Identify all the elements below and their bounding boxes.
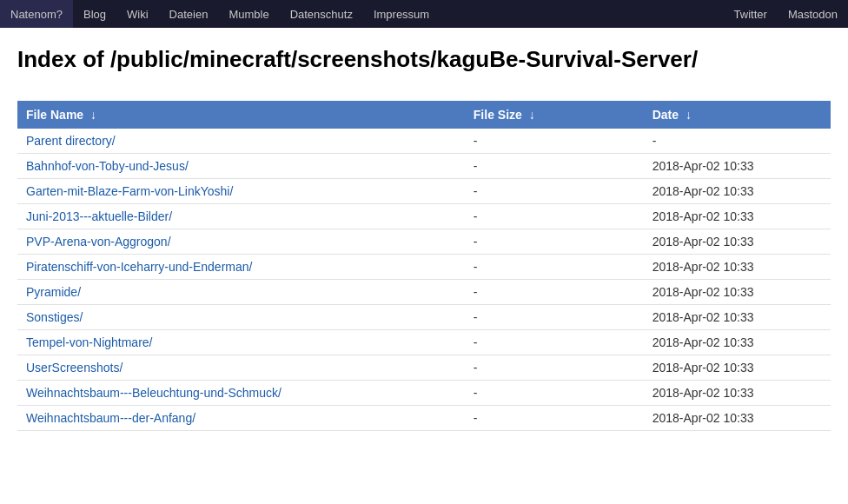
file-date-cell: -: [644, 129, 831, 154]
file-link[interactable]: Bahnhof-von-Toby-und-Jesus/: [26, 159, 189, 173]
file-date-cell: 2018-Apr-02 10:33: [644, 153, 831, 178]
file-size-cell: -: [465, 129, 644, 154]
file-name-cell: Bahnhof-von-Toby-und-Jesus/: [17, 153, 465, 178]
nav-item-dateien[interactable]: Dateien: [159, 0, 219, 28]
nav-item-natenom[interactable]: Natenom?: [0, 0, 73, 28]
file-date-cell: 2018-Apr-02 10:33: [644, 329, 831, 355]
file-link[interactable]: Weihnachtsbaum---der-Anfang/: [26, 411, 195, 425]
nav-item-blog[interactable]: Blog: [73, 0, 116, 28]
table-row: Tempel-von-Nightmare/-2018-Apr-02 10:33: [17, 329, 831, 355]
file-link[interactable]: Juni-2013---aktuelle-Bilder/: [26, 209, 172, 223]
file-name-cell: Parent directory/: [17, 129, 465, 154]
file-date-cell: 2018-Apr-02 10:33: [644, 254, 831, 279]
nav-item-mastodon[interactable]: Mastodon: [778, 0, 848, 28]
nav-right: TwitterMastodon: [724, 0, 848, 28]
file-date-cell: 2018-Apr-02 10:33: [644, 229, 831, 254]
file-name-cell: Tempel-von-Nightmare/: [17, 329, 465, 355]
file-link[interactable]: Pyramide/: [26, 285, 81, 299]
file-size-cell: -: [465, 254, 644, 279]
file-name-cell: Pyramide/: [17, 279, 465, 304]
nav-item-mumble[interactable]: Mumble: [218, 0, 279, 28]
file-name-cell: Weihnachtsbaum---der-Anfang/: [17, 405, 465, 430]
file-name-cell: Juni-2013---aktuelle-Bilder/: [17, 203, 465, 229]
nav-left: Natenom?BlogWikiDateienMumbleDatenschutz…: [0, 0, 440, 28]
table-row: Piratenschiff-von-Iceharry-und-Enderman/…: [17, 254, 831, 279]
main-nav: Natenom?BlogWikiDateienMumbleDatenschutz…: [0, 0, 848, 28]
table-header-row: File Name ↓ File Size ↓ Date ↓: [17, 101, 831, 129]
header-date[interactable]: Date ↓: [644, 101, 831, 129]
file-size-cell: -: [465, 380, 644, 405]
file-date-cell: 2018-Apr-02 10:33: [644, 405, 831, 430]
file-size-cell: -: [465, 203, 644, 229]
file-date-cell: 2018-Apr-02 10:33: [644, 279, 831, 304]
file-link[interactable]: Weihnachtsbaum---Beleuchtung-und-Schmuck…: [26, 386, 282, 400]
sort-arrow-filename: ↓: [90, 108, 96, 122]
header-filename-label: File Name: [26, 108, 83, 122]
file-date-cell: 2018-Apr-02 10:33: [644, 355, 831, 380]
table-row: Sonstiges/-2018-Apr-02 10:33: [17, 304, 831, 329]
header-filesize-label: File Size: [474, 108, 522, 122]
file-link[interactable]: UserScreenshots/: [26, 361, 123, 375]
table-row: Weihnachtsbaum---der-Anfang/-2018-Apr-02…: [17, 405, 831, 430]
table-row: Pyramide/-2018-Apr-02 10:33: [17, 279, 831, 304]
file-name-cell: UserScreenshots/: [17, 355, 465, 380]
main-content: Index of /public/minecraft/screenshots/k…: [0, 28, 848, 440]
table-row: Parent directory/--: [17, 129, 831, 154]
file-name-cell: Garten-mit-Blaze-Farm-von-LinkYoshi/: [17, 178, 465, 203]
file-link[interactable]: Piratenschiff-von-Iceharry-und-Enderman/: [26, 260, 252, 274]
sort-arrow-filesize: ↓: [529, 108, 535, 122]
file-link[interactable]: Sonstiges/: [26, 310, 83, 324]
header-date-label: Date: [653, 108, 679, 122]
table-row: Juni-2013---aktuelle-Bilder/-2018-Apr-02…: [17, 203, 831, 229]
table-row: UserScreenshots/-2018-Apr-02 10:33: [17, 355, 831, 380]
page-title: Index of /public/minecraft/screenshots/k…: [17, 45, 831, 75]
table-row: Bahnhof-von-Toby-und-Jesus/-2018-Apr-02 …: [17, 153, 831, 178]
file-name-cell: Sonstiges/: [17, 304, 465, 329]
file-name-cell: Weihnachtsbaum---Beleuchtung-und-Schmuck…: [17, 380, 465, 405]
file-size-cell: -: [465, 153, 644, 178]
table-row: PVP-Arena-von-Aggrogon/-2018-Apr-02 10:3…: [17, 229, 831, 254]
file-size-cell: -: [465, 329, 644, 355]
file-size-cell: -: [465, 229, 644, 254]
file-size-cell: -: [465, 355, 644, 380]
file-link[interactable]: Garten-mit-Blaze-Farm-von-LinkYoshi/: [26, 184, 233, 198]
file-size-cell: -: [465, 304, 644, 329]
table-row: Weihnachtsbaum---Beleuchtung-und-Schmuck…: [17, 380, 831, 405]
sort-arrow-date: ↓: [686, 108, 692, 122]
file-link[interactable]: Parent directory/: [26, 134, 116, 148]
nav-item-twitter[interactable]: Twitter: [724, 0, 778, 28]
table-row: Garten-mit-Blaze-Farm-von-LinkYoshi/-201…: [17, 178, 831, 203]
file-table: File Name ↓ File Size ↓ Date ↓ Parent di…: [17, 101, 831, 431]
header-filename[interactable]: File Name ↓: [17, 101, 465, 129]
file-name-cell: Piratenschiff-von-Iceharry-und-Enderman/: [17, 254, 465, 279]
nav-item-impressum[interactable]: Impressum: [363, 0, 440, 28]
file-size-cell: -: [465, 405, 644, 430]
file-link[interactable]: Tempel-von-Nightmare/: [26, 335, 153, 349]
nav-item-wiki[interactable]: Wiki: [116, 0, 159, 28]
header-filesize[interactable]: File Size ↓: [465, 101, 644, 129]
file-date-cell: 2018-Apr-02 10:33: [644, 178, 831, 203]
file-link[interactable]: PVP-Arena-von-Aggrogon/: [26, 235, 171, 249]
file-size-cell: -: [465, 178, 644, 203]
file-date-cell: 2018-Apr-02 10:33: [644, 203, 831, 229]
file-name-cell: PVP-Arena-von-Aggrogon/: [17, 229, 465, 254]
file-size-cell: -: [465, 279, 644, 304]
nav-item-datenschutz[interactable]: Datenschutz: [280, 0, 363, 28]
file-date-cell: 2018-Apr-02 10:33: [644, 304, 831, 329]
file-date-cell: 2018-Apr-02 10:33: [644, 380, 831, 405]
